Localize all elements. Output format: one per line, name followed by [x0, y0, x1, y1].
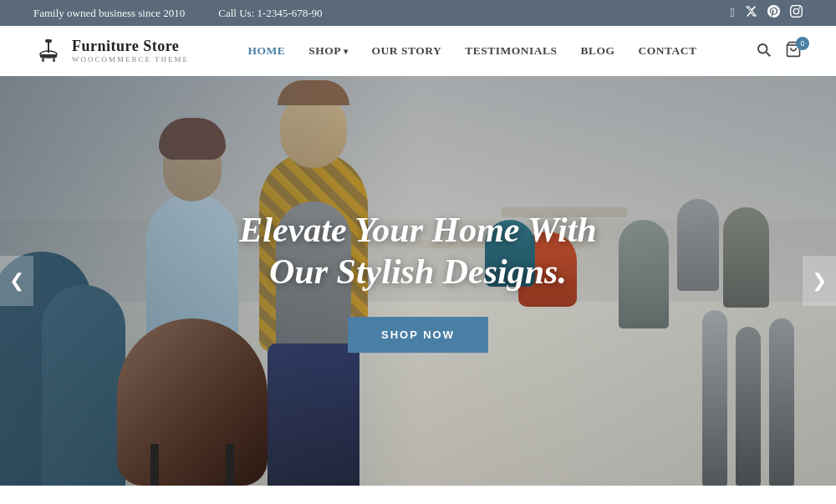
chevron-right-icon: ❯ [812, 270, 827, 292]
svg-point-6 [758, 44, 767, 53]
header-actions: 0 [756, 41, 803, 62]
top-bar: Family owned business since 2010 Call Us… [0, 0, 836, 26]
nav-shop[interactable]: SHOP [308, 44, 348, 58]
cart-button[interactable]: 0 [784, 41, 803, 62]
logo[interactable]: Furniture Store WOOCOMMERCE THEME [33, 36, 189, 66]
logo-name: Furniture Store [72, 38, 189, 55]
nav-our-story[interactable]: OUR STORY [372, 44, 442, 58]
logo-subtitle: WOOCOMMERCE THEME [72, 55, 189, 64]
svg-rect-4 [42, 58, 44, 62]
svg-rect-5 [53, 58, 55, 62]
nav-home[interactable]: HOME [248, 44, 286, 58]
top-bar-info: Family owned business since 2010 Call Us… [33, 7, 322, 20]
nav-contact[interactable]: CONTACT [639, 44, 697, 58]
twitter-icon[interactable] [745, 5, 757, 21]
hero-prev-arrow[interactable]: ❮ [0, 256, 33, 306]
hero-next-arrow[interactable]: ❯ [803, 256, 836, 306]
logo-icon [33, 36, 64, 66]
hero-content: Elevate Your Home With Our Stylish Desig… [217, 209, 619, 353]
social-links:  [731, 5, 803, 21]
pinterest-icon[interactable] [767, 5, 780, 21]
shop-now-button[interactable]: SHOP NOW [348, 317, 488, 353]
svg-rect-3 [40, 54, 57, 58]
facebook-icon[interactable]:  [731, 6, 735, 20]
svg-line-7 [767, 52, 771, 56]
nav-blog[interactable]: BLOG [581, 44, 615, 58]
header: Furniture Store WOOCOMMERCE THEME HOME S… [0, 26, 836, 76]
instagram-icon[interactable] [790, 5, 803, 21]
hero-section: Elevate Your Home With Our Stylish Desig… [0, 76, 836, 486]
cart-badge: 0 [796, 37, 809, 50]
svg-rect-0 [45, 39, 52, 43]
logo-text: Furniture Store WOOCOMMERCE THEME [72, 38, 189, 64]
phone: Call Us: 1-2345-678-90 [218, 7, 322, 20]
search-button[interactable] [756, 42, 771, 61]
tagline: Family owned business since 2010 [33, 7, 185, 20]
search-icon [756, 42, 771, 57]
nav-testimonials[interactable]: TESTIMONIALS [465, 44, 557, 58]
main-nav: HOME SHOP OUR STORY TESTIMONIALS BLOG CO… [248, 44, 697, 58]
hero-title: Elevate Your Home With Our Stylish Desig… [217, 209, 619, 293]
chevron-left-icon: ❮ [9, 270, 24, 292]
